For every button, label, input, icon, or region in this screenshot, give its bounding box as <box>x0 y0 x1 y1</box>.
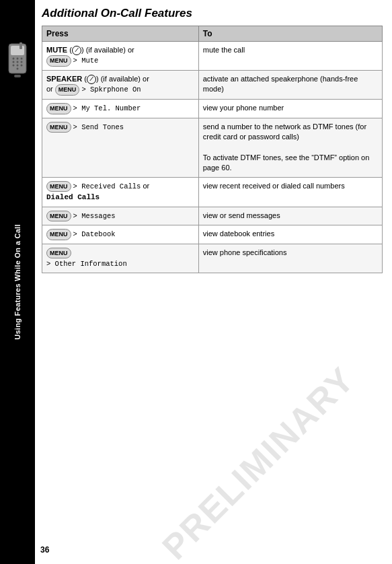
menu-icon-mute: MENU <box>46 55 71 67</box>
menu-icon-speaker: MENU <box>55 84 80 96</box>
to-cell: activate an attached speakerphone (hands… <box>198 70 382 99</box>
speaker-to-text: activate an attached speakerphone (hands… <box>203 75 358 93</box>
press-cell: MENU > Messages <box>42 207 199 225</box>
table-row: MENU > Datebook view datebook entries <box>42 225 383 244</box>
features-table: Press To MUTE (∕) (if available) or MENU… <box>42 26 383 273</box>
mute-circle-icon: ∕ <box>72 46 81 55</box>
table-row: MENU > Received Calls or Dialed Calls vi… <box>42 177 383 207</box>
to-cell: send a number to the network as DTMF ton… <box>198 118 382 177</box>
table-row: MENU > Send Tones send a number to the n… <box>42 118 383 177</box>
to-cell: mute the call <box>198 42 382 71</box>
my-tel-label: > My Tel. Number <box>73 104 141 112</box>
page-title: Additional On-Call Features <box>42 7 383 20</box>
speaker-label: SPEAKER <box>46 75 82 83</box>
send-tones-note: To activate DTMF tones, see the “DTMF” o… <box>203 153 370 172</box>
received-calls-label: > Received Calls <box>73 182 141 190</box>
received-to-text: view recent received or dialed call numb… <box>203 182 345 190</box>
to-cell: view datebook entries <box>198 225 382 244</box>
datebook-label: > Datebook <box>73 230 116 238</box>
header-press: Press <box>42 26 199 42</box>
main-content: Additional On-Call Features Press To MUT… <box>35 0 392 564</box>
press-cell: MENU > Send Tones <box>42 118 199 177</box>
table-row: MUTE (∕) (if available) or MENU > Mute m… <box>42 42 383 71</box>
menu-icon-mytel: MENU <box>46 103 71 114</box>
to-cell: view your phone number <box>198 99 382 118</box>
press-cell: MENU > My Tel. Number <box>42 99 199 118</box>
table-row: SPEAKER (∕) (if available) or or MENU > … <box>42 70 383 99</box>
messages-label: > Messages <box>73 212 116 220</box>
header-to: To <box>198 26 382 42</box>
menu-icon-datebook: MENU <box>46 229 71 240</box>
page-number: 36 <box>40 545 49 555</box>
dialed-calls-label: Dialed Calls <box>46 193 100 201</box>
table-row: MENU > Messages view or send messages <box>42 207 383 225</box>
menu-icon-sendtones: MENU <box>46 122 71 133</box>
press-cell: MENU > Datebook <box>42 225 199 244</box>
press-cell: MUTE (∕) (if available) or MENU > Mute <box>42 42 199 71</box>
press-cell: SPEAKER (∕) (if available) or or MENU > … <box>42 70 199 99</box>
menu-icon-messages: MENU <box>46 211 71 222</box>
sidebar-label: Using Features While On a Call <box>13 224 22 340</box>
speaker-suffix: (if available) or <box>101 75 149 83</box>
to-cell: view phone specifications <box>198 244 382 273</box>
menu-icon-otherinfo: MENU <box>46 248 71 259</box>
to-cell: view recent received or dialed call numb… <box>198 177 382 207</box>
mute-label: MUTE <box>46 46 67 54</box>
speaker-or: or <box>46 85 53 94</box>
send-tones-label: > Send Tones <box>73 123 124 131</box>
speaker-circle-icon: ∕ <box>87 75 96 84</box>
to-cell: view or send messages <box>198 207 382 225</box>
left-sidebar: Using Features While On a Call <box>0 0 35 564</box>
speaker-menu: > Spkrphone On <box>81 86 141 94</box>
send-tones-to-text: send a number to the network as DTMF ton… <box>203 122 366 141</box>
mute-menu: > Mute <box>73 57 99 65</box>
menu-icon-received: MENU <box>46 181 71 192</box>
table-row: MENU > My Tel. Number view your phone nu… <box>42 99 383 118</box>
press-cell: MENU > Received Calls or Dialed Calls <box>42 177 199 207</box>
sidebar-label-container: Using Features While On a Call <box>0 0 35 564</box>
page-wrapper: Using Features While On a Call Additiona… <box>0 0 392 564</box>
mute-suffix: (if available) or <box>86 46 134 54</box>
or-label: or <box>143 182 149 190</box>
press-cell: MENU > Other Information <box>42 244 199 273</box>
table-row: MENU > Other Information view phone spec… <box>42 244 383 273</box>
other-info-label: > Other Information <box>46 260 127 268</box>
